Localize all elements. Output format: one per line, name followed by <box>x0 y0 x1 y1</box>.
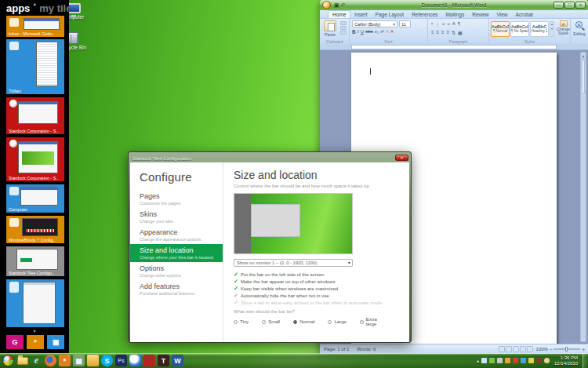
tray-icon-9[interactable] <box>544 358 550 363</box>
outlook-icon[interactable] <box>87 355 99 366</box>
menu-item-pages[interactable]: Pages Customize the pages. <box>130 190 223 208</box>
undo-icon[interactable]: ↶ <box>341 2 346 9</box>
sort-icon[interactable]: A <box>452 21 456 27</box>
tile-tiles-config[interactable]: Stardock Tiles Configu.. <box>6 246 64 276</box>
tab-view[interactable]: View <box>493 11 512 18</box>
numbering-icon[interactable]: ⋮ <box>435 21 440 27</box>
superscript-icon[interactable]: x² <box>380 29 384 35</box>
ruler[interactable] <box>320 44 588 50</box>
print-layout-view-icon[interactable] <box>499 346 505 352</box>
tray-icon-8[interactable] <box>536 358 542 363</box>
full-screen-view-icon[interactable] <box>506 346 512 352</box>
underline-icon[interactable]: U <box>361 29 364 35</box>
tile-stardock-web-2[interactable]: Stardock Corporation - S.. <box>6 137 64 181</box>
tile-stardock-web-1[interactable]: Stardock Corporation - S.. <box>6 97 64 134</box>
tiles-app-icon[interactable]: ▦ <box>73 355 85 366</box>
cut-icon[interactable] <box>340 21 347 25</box>
draft-view-icon[interactable] <box>527 346 533 352</box>
dialog-title-bar[interactable]: Stardock Tiles Configuration × <box>130 154 409 162</box>
word-count[interactable]: Words: 0 <box>353 347 379 352</box>
chevron-down-icon[interactable]: ▾ <box>550 27 554 31</box>
find-icon[interactable]: A <box>575 21 583 28</box>
taskbar-clock[interactable]: 1:36 PM 12/14/2010 <box>552 355 580 366</box>
font-size-select[interactable]: 11 <box>399 20 411 27</box>
tray-icon-2[interactable] <box>489 358 495 363</box>
zoom-slider-thumb[interactable] <box>565 347 568 352</box>
radio-normal[interactable]: Normal <box>293 317 314 326</box>
align-center-icon[interactable]: ≡ <box>437 30 440 35</box>
internet-explorer-icon[interactable]: e <box>31 355 42 366</box>
firefox-icon[interactable] <box>45 355 56 366</box>
tile-outlook[interactable]: Inbox - Microsoft Outlo.. <box>6 16 64 37</box>
change-styles-button[interactable]: A Change Styles <box>555 20 572 35</box>
sidebar-tab-my-tiles[interactable]: my tiles <box>39 2 69 14</box>
show-desktop-button[interactable] <box>583 353 586 368</box>
checkbox-left-side[interactable]: ✓ Put the bar on the left side of the sc… <box>234 271 401 278</box>
sidebar-tab-apps[interactable]: apps <box>6 2 30 14</box>
highlight-color-icon[interactable]: A <box>386 29 389 35</box>
editing-group-label[interactable]: Editing <box>571 31 588 36</box>
radio-large[interactable]: Large <box>328 317 346 326</box>
tab-mailings[interactable]: Mailings <box>441 11 468 18</box>
zoom-out-icon[interactable]: − <box>550 347 553 352</box>
borders-icon[interactable]: ▦ <box>458 30 463 35</box>
small-tile-gear[interactable]: * <box>27 335 44 349</box>
menu-item-appearance[interactable]: Appearance Change the appearance options… <box>130 226 223 244</box>
zoom-level[interactable]: 100% <box>536 347 548 352</box>
chevron-down-icon[interactable]: ▾ <box>0 328 69 333</box>
show-marks-icon[interactable]: ¶ <box>458 21 460 27</box>
close-button[interactable]: × <box>575 2 586 9</box>
justify-icon[interactable]: ≡ <box>447 30 450 35</box>
bullets-icon[interactable]: • <box>431 21 433 27</box>
zoom-slider[interactable] <box>554 348 580 350</box>
stardock-icon[interactable] <box>129 355 141 366</box>
start-button[interactable] <box>2 355 14 366</box>
align-right-icon[interactable]: ≡ <box>441 30 445 35</box>
vertical-scrollbar[interactable]: ▴ <box>580 52 586 342</box>
tile-trillian[interactable]: Trillian <box>6 39 64 94</box>
strikethrough-icon[interactable]: abc <box>365 29 373 35</box>
increase-indent-icon[interactable]: » <box>447 21 449 27</box>
tray-icon-6[interactable] <box>521 358 526 363</box>
word-title-bar[interactable]: ▣ ↶ Document1 - Microsoft Word — □ × <box>320 0 588 10</box>
decrease-indent-icon[interactable]: « <box>442 21 445 27</box>
menu-item-options[interactable]: Options Change other options. <box>130 262 223 280</box>
checkbox-auto-hide[interactable]: ✓ Automatically hide the bar when not in… <box>234 292 401 299</box>
italic-icon[interactable]: I <box>358 29 359 35</box>
font-name-select[interactable]: Calibri (Body)▾ <box>352 20 397 27</box>
style-heading1[interactable]: AaBbC Heading 1 <box>530 21 549 37</box>
align-left-icon[interactable]: ≡ <box>431 30 434 35</box>
zoom-in-icon[interactable]: + <box>582 347 585 352</box>
small-tile-g[interactable]: G <box>6 335 24 349</box>
dialog-close-button[interactable]: × <box>395 155 408 161</box>
tile-windowblinds[interactable]: WindowBlinds 7 Config.. <box>6 216 64 243</box>
tab-home[interactable]: Home <box>328 10 350 18</box>
minimize-button[interactable]: — <box>554 2 564 9</box>
windowblinds-icon[interactable]: * <box>59 355 71 366</box>
tab-acrobat[interactable]: Acrobat <box>512 11 537 18</box>
tab-review[interactable]: Review <box>468 11 492 18</box>
style-no-spacing[interactable]: AaBbCcDc ¶ No Spaci... <box>510 21 529 37</box>
menu-item-size-and-location[interactable]: Size and location Change where your tile… <box>130 244 223 262</box>
outline-view-icon[interactable] <box>520 346 526 352</box>
styles-gallery-scrollbar[interactable]: ▴ ▾ <box>550 21 554 37</box>
style-normal[interactable]: AaBbCcDc ¶ Normal <box>491 21 510 37</box>
tray-icon-3[interactable] <box>497 358 503 363</box>
tab-page-layout[interactable]: Page Layout <box>372 11 408 18</box>
trillian-taskbar-icon[interactable]: T <box>158 355 169 366</box>
photoshop-icon[interactable]: Ps <box>115 355 127 366</box>
tile-word-document[interactable] <box>6 279 64 327</box>
scroll-up-icon[interactable]: ▴ <box>581 53 586 59</box>
page-count[interactable]: Page: 1 of 1 <box>320 347 353 352</box>
monitor-dropdown[interactable]: Show on monitor 1 – (0, 0 - 1920, 1200) … <box>234 259 353 267</box>
tray-icon-7[interactable] <box>528 358 534 363</box>
bold-icon[interactable]: B <box>352 29 356 35</box>
format-painter-icon[interactable] <box>340 31 347 35</box>
menu-item-add-features[interactable]: Add features Purchase additional feature… <box>130 280 223 298</box>
copy-icon[interactable] <box>340 26 347 30</box>
menu-item-skins[interactable]: Skins Change your skin. <box>130 208 223 226</box>
web-layout-view-icon[interactable] <box>513 346 519 352</box>
tray-icon-5[interactable] <box>513 358 518 363</box>
paste-icon[interactable] <box>324 20 336 31</box>
word-taskbar-icon[interactable]: W <box>172 355 183 366</box>
